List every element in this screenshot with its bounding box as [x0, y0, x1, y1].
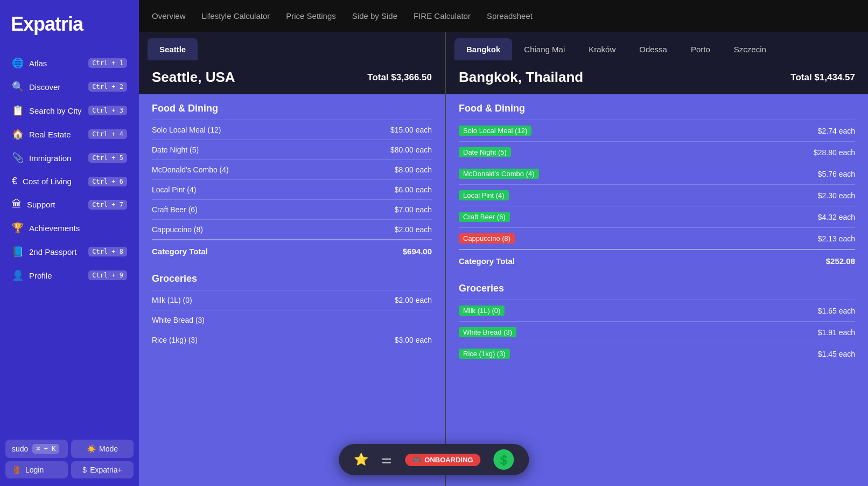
price-tag: White Bread (3)	[459, 327, 516, 337]
profile-icon: 👤	[12, 269, 24, 281]
nav-item-price-settings[interactable]: Price Settings	[286, 9, 336, 23]
tab-bangkok[interactable]: Bangkok	[454, 38, 512, 60]
expatria-plus-button[interactable]: $ Expatria+	[71, 461, 134, 478]
sidebar-item-cost-of-living[interactable]: € Cost of Living Ctrl + 6	[5, 170, 134, 192]
onboarding-button[interactable]: 🎮 ONBOARDING	[405, 454, 480, 466]
table-row: White Bread (3)	[152, 310, 432, 330]
category-total-value: $252.08	[826, 256, 855, 266]
row-value: $2.00 each	[395, 296, 432, 304]
immigration-icon: 📎	[12, 152, 24, 164]
table-row: Milk (1L) (0)$1.65 each	[459, 300, 855, 321]
tab-porto[interactable]: Porto	[679, 38, 722, 60]
login-icon: 🚪	[12, 466, 21, 474]
real-estate-icon: 🏠	[12, 128, 24, 140]
star-icon[interactable]: ⭐	[354, 453, 368, 467]
price-tag: Date Night (5)	[459, 147, 511, 157]
table-row: White Bread (3)$1.91 each	[459, 321, 855, 343]
right-city-total: Total $1,434.57	[790, 72, 855, 83]
row-value: $15.00 each	[390, 126, 432, 134]
table-row: Cappuccino (8)$2.13 each	[459, 227, 855, 249]
sidebar-item-profile[interactable]: 👤 Profile Ctrl + 9	[5, 264, 134, 287]
left-city-total: Total $3,366.50	[367, 72, 432, 83]
category-title: Food & Dining	[152, 103, 432, 114]
tab-krakow[interactable]: Kraków	[577, 38, 627, 60]
tab-odessa[interactable]: Odessa	[627, 38, 679, 60]
row-value: $7.00 each	[395, 205, 432, 214]
discover-shortcut: Ctrl + 2	[88, 82, 127, 92]
price-tag: Solo Local Meal (12)	[459, 126, 531, 136]
table-row: Local Pint (4)$2.30 each	[459, 184, 855, 206]
tab-seattle[interactable]: Seattle	[148, 38, 198, 60]
category-title: Groceries	[152, 273, 432, 284]
nav-item-fire-calc[interactable]: FIRE Calculator	[414, 9, 471, 23]
sun-icon: ☀️	[87, 445, 96, 453]
section-groceries: GroceriesMilk (1L) (0)$1.65 eachWhite Br…	[446, 274, 868, 364]
sidebar-item-support[interactable]: 🏛 Support Ctrl + 7	[5, 193, 134, 216]
nav-item-overview[interactable]: Overview	[152, 9, 186, 23]
search-by-city-shortcut: Ctrl + 3	[88, 106, 127, 115]
sudo-button[interactable]: sudo ⌘ + K	[5, 440, 68, 458]
nav-item-side-by-side[interactable]: Side by Side	[352, 9, 397, 23]
login-button[interactable]: 🚪 Login	[5, 461, 68, 478]
support-shortcut: Ctrl + 7	[88, 200, 127, 210]
row-value: $80.00 each	[390, 145, 432, 154]
table-row: Solo Local Meal (12)$2.74 each	[459, 120, 855, 141]
onboarding-label: ONBOARDING	[424, 456, 473, 464]
sidebar-item-achievements[interactable]: 🏆 Achievements	[5, 217, 134, 239]
2nd-passport-icon: 📘	[12, 246, 24, 258]
atlas-shortcut: Ctrl + 1	[88, 58, 127, 68]
sidebar-item-immigration[interactable]: 📎 Immigration Ctrl + 5	[5, 147, 134, 169]
row-value: $2.30 each	[818, 191, 855, 200]
right-city-data: Food & DiningSolo Local Meal (12)$2.74 e…	[446, 94, 868, 486]
table-row: Solo Local Meal (12)$15.00 each	[152, 120, 432, 140]
left-tab-bar: Seattle	[139, 32, 445, 60]
right-city-name: Bangkok, Thailand	[459, 69, 583, 86]
achievements-icon: 🏆	[12, 222, 24, 234]
mode-button[interactable]: ☀️ Mode	[71, 440, 134, 458]
bars-icon[interactable]: ⚌	[381, 453, 392, 467]
sidebar-item-real-estate[interactable]: 🏠 Real Estate Ctrl + 4	[5, 123, 134, 145]
category-total-label: Category Total	[459, 256, 515, 266]
cost-of-living-shortcut: Ctrl + 6	[88, 177, 127, 186]
section-food-&-dining: Food & DiningSolo Local Meal (12)$15.00 …	[139, 94, 445, 265]
nav-item-spreadsheet[interactable]: Spreadsheet	[487, 9, 533, 23]
left-panel: Seattle Seattle, USA Total $3,366.50 Foo…	[139, 32, 446, 486]
dollar-green-button[interactable]: 💲	[494, 449, 514, 470]
sidebar-item-atlas[interactable]: 🌐 Atlas Ctrl + 1	[5, 52, 134, 74]
right-city-header: Bangkok, Thailand Total $1,434.57	[446, 60, 868, 94]
sidebar-item-search-by-city[interactable]: 📋 Search by City Ctrl + 3	[5, 99, 134, 122]
table-row: Craft Beer (6)$7.00 each	[152, 199, 432, 219]
sidebar-bottom: sudo ⌘ + K ☀️ Mode 🚪 Login $ Expatria+	[0, 434, 139, 486]
search-by-city-icon: 📋	[12, 105, 24, 116]
row-value: $1.91 each	[818, 328, 855, 337]
category-title: Groceries	[459, 283, 855, 294]
category-total-value: $694.00	[403, 247, 432, 256]
row-value: $8.00 each	[395, 165, 432, 174]
sudo-label: sudo	[12, 445, 28, 453]
tab-szczecin[interactable]: Szczecin	[722, 38, 778, 60]
tab-chiang-mai[interactable]: Chiang Mai	[512, 38, 577, 60]
sidebar-nav: 🌐 Atlas Ctrl + 1 🔍 Discover Ctrl + 2 📋 S…	[0, 48, 139, 434]
expatria-plus-label: Expatria+	[90, 466, 122, 474]
price-tag: Rice (1kg) (3)	[459, 349, 510, 359]
row-value: $4.32 each	[818, 213, 855, 221]
sidebar-item-2nd-passport[interactable]: 📘 2nd Passport Ctrl + 8	[5, 240, 134, 263]
content-panels: Seattle Seattle, USA Total $3,366.50 Foo…	[139, 32, 868, 486]
price-tag: Local Pint (4)	[459, 190, 509, 200]
sidebar-item-discover[interactable]: 🔍 Discover Ctrl + 2	[5, 75, 134, 98]
logo-text: Expatria	[11, 13, 83, 36]
row-value: $1.45 each	[818, 350, 855, 358]
atlas-label: Atlas	[29, 59, 47, 68]
row-value: $2.00 each	[395, 225, 432, 234]
sidebar: Expatria 🌐 Atlas Ctrl + 1 🔍 Discover Ctr…	[0, 0, 139, 486]
nav-item-lifestyle-calc[interactable]: Lifestyle Calculator	[202, 9, 270, 23]
price-tag: McDonald's Combo (4)	[459, 169, 539, 179]
row-value: $3.00 each	[395, 336, 432, 344]
row-value: $2.74 each	[818, 127, 855, 135]
left-city-header: Seattle, USA Total $3,366.50	[139, 60, 445, 94]
real-estate-label: Real Estate	[29, 130, 71, 139]
login-label: Login	[25, 466, 44, 474]
mode-label: Mode	[99, 445, 118, 453]
bottom-bar: ⭐ ⚌ 🎮 ONBOARDING 💲	[339, 444, 529, 475]
atlas-icon: 🌐	[12, 57, 24, 69]
